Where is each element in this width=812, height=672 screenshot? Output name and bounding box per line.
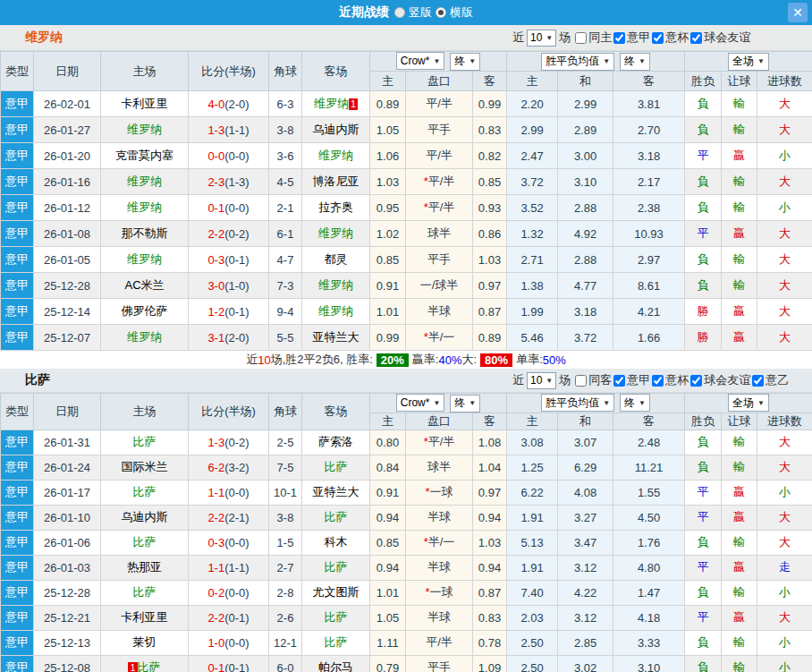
away-team-cell: 比萨 xyxy=(302,630,370,655)
handicap-cell: 半球 xyxy=(406,605,473,630)
team-name: 比萨 xyxy=(325,610,348,624)
avg-away-cell: 10.93 xyxy=(613,221,685,247)
odds-stage-select[interactable]: 终 xyxy=(450,53,480,71)
result-wdl-cell: 平 xyxy=(685,143,722,169)
checkbox-意杯[interactable] xyxy=(652,375,664,387)
away-team-cell: 比萨 xyxy=(302,505,370,530)
odds-home-cell: 0.79 xyxy=(370,655,406,672)
avg-home-cell: 1.99 xyxy=(507,299,558,325)
corners-cell: 7-3 xyxy=(269,273,302,299)
result-wdl-cell: 負 xyxy=(685,580,722,605)
dialog-title: 近期战绩 xyxy=(339,4,389,21)
match-row: 意甲26-01-31比萨1-3(0-2)2-5萨索洛0.80*平/半1.083.… xyxy=(1,430,812,455)
avg-stage-select[interactable]: 终 xyxy=(620,53,650,71)
away-team-cell: 维罗纳 xyxy=(302,299,370,325)
result-wdl-cell: 負 xyxy=(685,247,722,273)
team-name: 维罗纳 xyxy=(318,226,353,240)
halftime-score: (0-1) xyxy=(224,253,249,267)
scope-select[interactable]: 全场 xyxy=(728,394,769,412)
checkbox-label: 球会友谊 xyxy=(704,372,750,388)
corners-cell: 3-8 xyxy=(269,505,302,530)
halftime-score: (0-0) xyxy=(224,536,249,549)
checkbox-意甲[interactable] xyxy=(613,375,625,387)
result-handicap-cell: 輸 xyxy=(722,169,757,195)
checkbox-球会友谊[interactable] xyxy=(690,32,702,44)
halftime-score: (3-2) xyxy=(224,461,249,474)
result-handicap-cell: 贏 xyxy=(722,480,757,505)
fulltime-score: 0-3 xyxy=(207,253,224,267)
fulltime-score: 2-2 xyxy=(207,611,224,625)
avg-away-cell: 4.21 xyxy=(613,299,685,325)
away-team-cell: 乌迪内斯 xyxy=(302,117,370,143)
checkbox-球会友谊[interactable] xyxy=(690,375,702,387)
home-team-cell: 比萨 xyxy=(101,580,189,605)
bookmaker-select[interactable]: Crow* xyxy=(396,52,445,70)
result-goals-cell: 大 xyxy=(757,91,812,117)
close-icon[interactable] xyxy=(788,3,808,22)
date-cell: 26-01-16 xyxy=(34,169,101,195)
scope-select[interactable]: 全场 xyxy=(728,53,769,71)
summary-segment: 80% xyxy=(480,353,512,367)
result-wdl-cell: 平 xyxy=(685,480,722,505)
home-team-cell: 那不勒斯 xyxy=(101,221,189,247)
halftime-score: (0-2) xyxy=(224,227,249,241)
filter-option: 球会友谊 xyxy=(689,372,750,388)
odds-away-cell: 0.83 xyxy=(473,117,507,143)
result-goals-cell: 大 xyxy=(757,247,812,273)
handicap-cell: 平/半 xyxy=(406,630,473,655)
handicap-text: 平/半 xyxy=(428,174,455,188)
team-name-label: 比萨 xyxy=(25,372,50,388)
odds-home-cell: 0.94 xyxy=(370,505,406,530)
away-team-cell: 帕尔马 xyxy=(302,655,370,672)
league-cell: 意甲 xyxy=(1,655,34,672)
avg-type-select[interactable]: 胜平负均值 xyxy=(541,53,614,71)
odds-away-cell: 0.87 xyxy=(473,580,507,605)
match-count-select[interactable]: 10 xyxy=(527,30,556,47)
avg-type-select[interactable]: 胜平负均值 xyxy=(541,394,614,412)
match-count-select[interactable]: 10 xyxy=(527,372,556,389)
handicap-cell: 半球 xyxy=(406,299,473,325)
avg-draw-cell: 2.88 xyxy=(558,247,613,273)
match-row: 意甲25-12-07维罗纳3-1(2-0)5-5亚特兰大0.99*半/一0.89… xyxy=(1,325,812,351)
bookmaker-select[interactable]: Crow* xyxy=(396,394,445,412)
odds-stage-select[interactable]: 终 xyxy=(450,395,480,413)
fulltime-score: 1-0 xyxy=(207,636,224,650)
checkbox-意甲[interactable] xyxy=(613,32,625,44)
avg-draw-cell: 3.47 xyxy=(558,530,613,555)
checkbox-同主[interactable] xyxy=(575,32,587,44)
handicap-text: 半球 xyxy=(427,304,451,318)
result-handicap-cell: 贏 xyxy=(722,605,757,630)
result-wdl-cell: 平 xyxy=(685,221,722,247)
home-team-cell: 莱切 xyxy=(101,630,189,655)
handicap-text: 平/半 xyxy=(428,435,455,448)
fulltime-score: 4-0 xyxy=(207,98,224,111)
vertical-layout-radio[interactable] xyxy=(394,7,405,18)
odds-home-cell: 1.02 xyxy=(370,221,406,247)
col-ah: 让球 xyxy=(722,413,757,430)
checkbox-同客[interactable] xyxy=(575,375,587,387)
handicap-text: 半/一 xyxy=(428,330,455,344)
matches-tbody: 意甲26-02-01卡利亚里4-0(2-0)6-3维罗纳10.89平/半0.99… xyxy=(1,91,812,351)
col-type: 类型 xyxy=(1,394,34,430)
match-row: 意甲26-01-24国际米兰6-2(3-2)7-5比萨0.84球半1.041.2… xyxy=(1,455,812,480)
match-row: 意甲26-01-12维罗纳0-1(0-0)2-1拉齐奥0.95*平/半0.933… xyxy=(1,195,812,221)
score-cell: 1-3(1-1) xyxy=(189,117,269,143)
team-name: 拉齐奥 xyxy=(318,200,353,214)
corners-cell: 10-1 xyxy=(269,480,302,505)
home-team-cell: 国际米兰 xyxy=(101,455,189,480)
team-name: 莱切 xyxy=(133,635,156,649)
result-handicap-cell: 輸 xyxy=(722,580,757,605)
checkbox-意乙[interactable] xyxy=(752,375,764,387)
fulltime-score: 2-3 xyxy=(207,175,224,189)
filter-option: 同客 xyxy=(573,372,612,388)
fulltime-score: 1-1 xyxy=(207,561,224,574)
horizontal-layout-radio[interactable] xyxy=(436,7,446,18)
result-wdl-cell: 負 xyxy=(685,117,722,143)
odds-away-cell: 0.85 xyxy=(473,169,507,195)
avg-stage-select[interactable]: 终 xyxy=(620,394,650,412)
team-name: 维罗纳 xyxy=(127,330,162,344)
avg-away-cell: 8.61 xyxy=(613,273,685,299)
odds-home-cell: 0.85 xyxy=(370,530,406,555)
corners-cell: 1-5 xyxy=(269,530,302,555)
checkbox-意杯[interactable] xyxy=(652,32,664,44)
